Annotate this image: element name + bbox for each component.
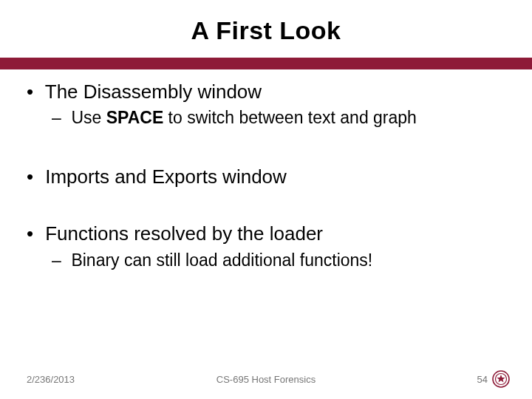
bullet-text: Imports and Exports window <box>45 166 287 188</box>
footer-date: 2/236/2013 <box>27 374 75 385</box>
bullet-level2: Binary can still load additional functio… <box>27 250 505 272</box>
slide-body: The Disassembly window Use SPACE to swit… <box>27 80 505 276</box>
footer-right: 54 <box>477 370 510 388</box>
title-area: A First Look <box>0 0 532 51</box>
bullet-text-post: to switch between text and graph <box>163 108 417 127</box>
spacer <box>27 192 505 222</box>
bullet-text-pre: Use <box>71 108 106 127</box>
bullet-level1: The Disassembly window <box>27 80 505 104</box>
bullet-level1: Functions resolved by the loader <box>27 222 505 246</box>
bullet-text: Binary can still load additional functio… <box>71 250 372 270</box>
bullet-text-bold: SPACE <box>106 108 164 127</box>
seal-logo-icon <box>492 370 510 388</box>
spacer <box>27 134 505 165</box>
title-divider-bar <box>0 58 532 69</box>
slide-title: A First Look <box>0 16 532 45</box>
slide: A First Look The Disassembly window Use … <box>0 0 532 399</box>
bullet-text: The Disassembly window <box>45 81 262 103</box>
bullet-text: Functions resolved by the loader <box>45 222 323 245</box>
page-number: 54 <box>477 374 488 385</box>
bullet-level1: Imports and Exports window <box>27 165 505 189</box>
footer-course: CS-695 Host Forensics <box>216 374 316 385</box>
bullet-level2: Use SPACE to switch between text and gra… <box>27 107 505 129</box>
slide-footer: 2/236/2013 CS-695 Host Forensics 54 <box>0 369 532 389</box>
